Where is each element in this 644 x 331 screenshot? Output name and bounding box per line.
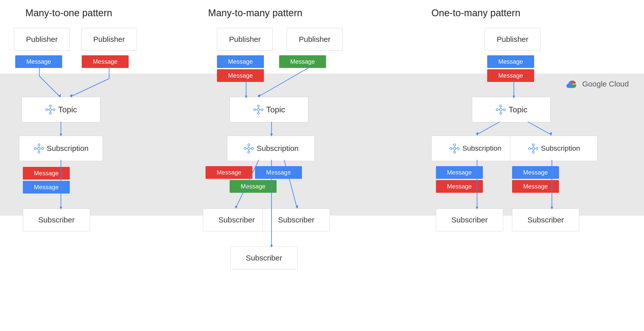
topic-box-2: Topic <box>230 97 308 122</box>
msg-pub1-blue: Message <box>15 55 62 68</box>
subscriber-box-2: Subscriber <box>203 208 270 231</box>
main-container: Many-to-one pattern Publisher Publisher … <box>0 0 644 331</box>
publisher-box-3: Publisher <box>217 28 273 51</box>
publisher-box-5: Publisher <box>485 28 540 51</box>
msg-pub5-blue: Message <box>487 55 534 68</box>
publisher-box-1: Publisher <box>14 28 70 51</box>
pattern-title-many-to-one: Many-to-one pattern <box>25 8 112 19</box>
svg-point-80 <box>450 147 452 149</box>
svg-point-45 <box>42 147 44 149</box>
svg-point-43 <box>38 151 40 153</box>
google-cloud-text: Google Cloud <box>582 80 629 88</box>
subscription-box-3: Subscription <box>431 136 519 161</box>
svg-point-36 <box>53 109 55 111</box>
msg-pub3-blue: Message <box>217 55 264 68</box>
topic-box-3: Topic <box>472 97 551 122</box>
msg-pub3-red: Message <box>217 69 264 82</box>
subscriber-box-1: Subscriber <box>23 208 90 231</box>
msg-sub2-red: Message <box>206 166 252 179</box>
svg-point-62 <box>244 147 246 149</box>
svg-point-50 <box>257 108 260 111</box>
msg-sub4-blue: Message <box>512 166 559 179</box>
subscriber-box-5: Subscriber <box>436 208 503 231</box>
svg-point-51 <box>258 105 260 107</box>
svg-point-60 <box>248 144 250 146</box>
svg-point-33 <box>49 105 52 107</box>
subscription-box-2: Subscription <box>227 136 315 161</box>
msg-sub1-red: Message <box>23 167 70 180</box>
svg-point-41 <box>38 147 40 150</box>
subscription-box-4: Subscription <box>510 136 598 161</box>
svg-point-63 <box>251 147 253 149</box>
svg-point-44 <box>34 147 36 149</box>
svg-point-87 <box>532 144 534 146</box>
msg-sub3-blue: Message <box>436 166 483 179</box>
pattern-title-one-to-many: One-to-many pattern <box>431 8 520 19</box>
svg-point-89 <box>529 147 531 149</box>
topic-box-1: Topic <box>22 97 100 122</box>
svg-point-77 <box>453 147 456 150</box>
msg-sub4-red: Message <box>512 180 559 193</box>
msg-sub1-blue: Message <box>23 181 70 194</box>
subscription-icon-2 <box>243 143 255 154</box>
subscription-icon-4 <box>528 143 539 154</box>
svg-point-53 <box>254 109 256 111</box>
svg-point-69 <box>500 105 502 107</box>
svg-point-78 <box>453 144 455 146</box>
svg-point-90 <box>536 147 538 149</box>
google-cloud-logo: Google Cloud <box>566 79 629 89</box>
topic-icon-3 <box>495 104 506 115</box>
msg-sub3-red: Message <box>436 180 483 193</box>
subscriber-box-4: Subscriber <box>230 247 298 269</box>
svg-point-68 <box>500 108 502 111</box>
msg-pub5-red: Message <box>487 69 534 82</box>
svg-point-32 <box>49 108 52 111</box>
subscription-box-1: Subscription <box>19 136 103 161</box>
svg-point-35 <box>46 109 48 111</box>
svg-point-79 <box>453 151 455 153</box>
topic-icon-2 <box>253 104 264 115</box>
google-cloud-icon <box>566 79 579 89</box>
publisher-box-4: Publisher <box>287 28 343 51</box>
svg-point-71 <box>496 109 498 111</box>
svg-point-54 <box>261 109 263 111</box>
svg-point-70 <box>500 112 502 114</box>
pattern-title-many-to-many: Many-to-many pattern <box>208 8 302 19</box>
subscriber-box-6: Subscriber <box>512 208 579 231</box>
svg-point-42 <box>38 144 40 146</box>
topic-icon-1 <box>45 104 56 115</box>
svg-point-34 <box>49 112 52 114</box>
svg-point-72 <box>503 109 505 111</box>
svg-point-81 <box>457 147 459 149</box>
msg-sub2-blue: Message <box>255 166 302 179</box>
svg-point-88 <box>532 151 534 153</box>
publisher-box-2: Publisher <box>81 28 137 51</box>
subscriber-box-3: Subscriber <box>263 208 330 231</box>
msg-pub2-red: Message <box>82 55 129 68</box>
svg-point-86 <box>532 147 534 150</box>
msg-pub4-green: Message <box>279 55 326 68</box>
subscription-icon-3 <box>449 143 460 154</box>
svg-point-52 <box>258 112 260 114</box>
msg-sub2-green: Message <box>230 180 277 193</box>
svg-point-59 <box>248 147 250 150</box>
subscription-icon-1 <box>33 143 45 154</box>
svg-point-61 <box>248 151 250 153</box>
